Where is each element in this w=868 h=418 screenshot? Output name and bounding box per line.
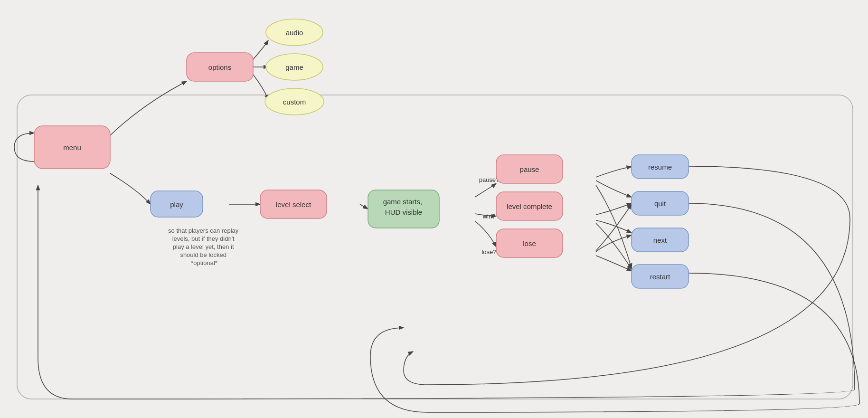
node-level-complete-label: level complete [507,202,552,210]
node-level-select-label: level select [276,200,311,209]
edge-label-win: win? [482,213,496,220]
edge-options-custom [253,75,268,100]
edge-level-complete-quit [596,203,632,215]
outer-bounding-box [17,95,853,399]
node-resume-label: resume [648,163,672,171]
edge-menu-play [110,173,151,204]
node-options-label: options [208,63,231,71]
node-play-label: play [170,200,183,209]
annotation-level-select: so that players can replay levels, but i… [168,227,240,266]
diagram-container: menu options audio game custom play leve… [0,0,868,418]
node-pause-label: pause [520,165,539,173]
edge-pause-resume [596,167,632,177]
diagram-svg: menu options audio game custom play leve… [0,0,868,418]
node-quit-label: quit [654,200,666,208]
node-custom-label: custom [283,98,306,106]
node-next-label: next [653,236,667,244]
node-restart-label: restart [650,273,670,281]
node-menu-label: menu [63,143,81,152]
edge-resume-back [404,166,850,385]
node-lose-label: lose [523,239,536,247]
node-game-opt-label: game [285,63,303,71]
edge-pause-restart [596,185,632,268]
edge-restart-game-starts [370,273,859,412]
node-audio-label: audio [286,28,303,37]
edge-game-starts-lose [475,221,496,247]
edge-lose-restart [596,256,632,271]
edge-level-complete-next [596,220,632,233]
edge-game-starts-pause [475,183,496,197]
edge-level-select-game-starts [360,204,368,209]
edge-menu-options [110,81,187,135]
edge-options-audio [253,40,268,59]
edge-label-lose: lose? [481,248,496,256]
